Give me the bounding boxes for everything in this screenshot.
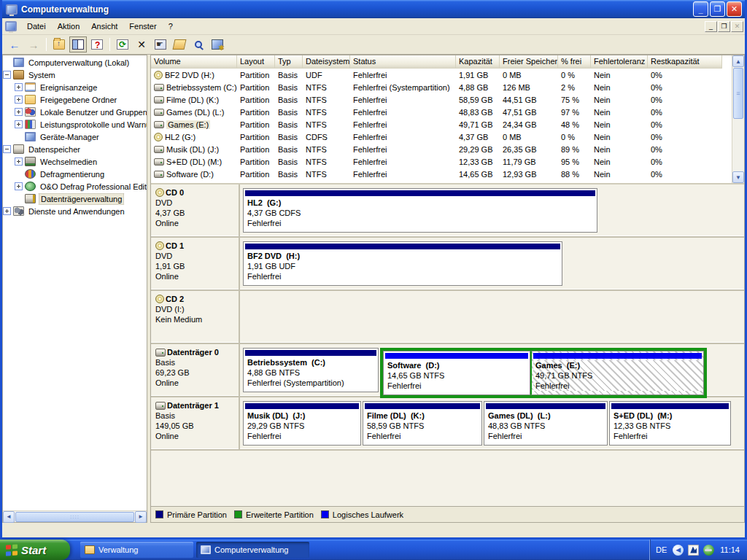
clock[interactable]: 11:14 — [720, 545, 740, 554]
taskbar-item-computerverwaltung[interactable]: Computerverwaltung — [196, 542, 309, 558]
column-header[interactable]: Typ — [275, 55, 303, 69]
expand-icon[interactable] — [15, 108, 23, 116]
graphical-view: CD 0 DVD4,37 GBOnline HL2 (G:)4,37 GB CD… — [151, 184, 744, 506]
tree-item-datenspeicher[interactable]: Datenspeicher — [3, 143, 147, 155]
hard-disk-icon — [155, 349, 166, 357]
language-indicator[interactable]: DE — [656, 545, 668, 554]
expand-icon[interactable] — [15, 96, 23, 104]
table-row[interactable]: Filme (DL) (K:) PartitionBasisNTFSFehler… — [151, 93, 744, 106]
tree-horizontal-scrollbar[interactable]: ◄ ► — [3, 510, 147, 522]
logical-drive-swatch — [321, 510, 329, 518]
up-folder-icon[interactable] — [50, 36, 68, 52]
restore-button[interactable]: ❐ — [710, 1, 725, 17]
tree-item-defragmentierung[interactable]: Defragmentierung — [3, 168, 147, 180]
refresh-icon[interactable] — [114, 36, 131, 52]
volume-box-betriebssystem[interactable]: Betriebssystem (C:)4,88 GB NTFSFehlerfre… — [243, 348, 379, 392]
device-label[interactable]: Datenträger 0 Basis69,23 GBOnline — [151, 344, 240, 396]
menu-ansicht[interactable]: Ansicht — [85, 20, 123, 33]
toolbar: ← → ✕ — [2, 35, 745, 55]
taskbar: Start Verwaltung Computerverwaltung DE ◀… — [0, 540, 747, 560]
scrollbar-thumb[interactable] — [733, 68, 743, 119]
tree-item-dienste[interactable]: Dienste und Anwendungen — [3, 205, 147, 217]
column-header[interactable]: Kapazität — [456, 55, 500, 69]
device-label[interactable]: Datenträger 1 Basis149,05 GBOnline — [151, 397, 240, 449]
expand-icon[interactable] — [3, 207, 11, 215]
scrollbar-thumb[interactable] — [15, 512, 134, 522]
hide-icons-chevron-icon[interactable]: ◀ — [673, 545, 684, 556]
expand-icon[interactable] — [15, 83, 23, 91]
table-row[interactable]: S+ED (DL) (M:) PartitionBasisNTFSFehlerf… — [151, 155, 744, 168]
column-header[interactable]: Restkapazität — [648, 55, 722, 69]
volume-box-software[interactable]: Software (D:)14,65 GB NTFSFehlerfrei — [383, 351, 530, 395]
show-console-tree-icon[interactable] — [69, 36, 87, 52]
back-icon[interactable]: ← — [6, 36, 23, 52]
volume-box-musik[interactable]: Musik (DL) (J:)29,29 GB NTFSFehlerfrei — [243, 401, 361, 446]
forward-icon: → — [25, 36, 42, 52]
title-bar[interactable]: Computerverwaltung _ ❐ ✕ — [2, 0, 745, 18]
tree-item-lokale-benutzer[interactable]: Lokale Benutzer und Gruppen — [3, 106, 147, 118]
find-icon[interactable] — [190, 36, 207, 52]
delete-icon[interactable]: ✕ — [133, 36, 150, 52]
tree-item-root[interactable]: Computerverwaltung (Lokal) — [3, 56, 147, 69]
tree-item-leistungsprotokolle[interactable]: Leistungsprotokolle und Warnungen — [3, 118, 147, 131]
device-label[interactable]: CD 1 DVD1,91 GBOnline — [151, 238, 240, 289]
volume-box-games-dl[interactable]: Games (DL) (L:)48,83 GB NTFSFehlerfrei — [484, 401, 608, 446]
menu-fenster[interactable]: Fenster — [123, 20, 162, 33]
tree-item-ereignisanzeige[interactable]: Ereignisanzeige — [3, 81, 147, 93]
table-row[interactable]: Musik (DL) (J:) PartitionBasisNTFSFehler… — [151, 143, 744, 155]
collapse-icon[interactable] — [3, 145, 11, 153]
start-button[interactable]: Start — [0, 540, 70, 560]
expand-icon[interactable] — [15, 158, 23, 166]
column-header[interactable]: % frei — [558, 55, 591, 69]
scroll-up-icon[interactable]: ▲ — [732, 55, 744, 67]
tree-item-system[interactable]: System — [3, 69, 147, 81]
tree-item-geraete-manager[interactable]: Geräte-Manager — [3, 131, 147, 143]
open-folder-icon[interactable] — [171, 36, 188, 52]
mdi-minimize-button[interactable]: _ — [705, 21, 717, 32]
expand-icon[interactable] — [15, 182, 23, 190]
help-icon[interactable] — [88, 36, 106, 52]
menu-datei[interactable]: Datei — [21, 20, 52, 33]
menu-hilfe[interactable]: ? — [163, 20, 179, 33]
tray-network-icon[interactable] — [703, 545, 714, 556]
close-button[interactable]: ✕ — [727, 1, 742, 17]
tree-item-freigegebene-ordner[interactable]: Freigegebene Ordner — [3, 93, 147, 106]
volume-box-hl2[interactable]: HL2 (G:)4,37 GB CDFSFehlerfrei — [243, 188, 597, 233]
volume-box-bf2dvd[interactable]: BF2 DVD (H:)1,91 GB UDFFehlerfrei — [243, 241, 562, 286]
column-header[interactable]: Volume — [151, 55, 237, 69]
column-header[interactable]: Status — [350, 55, 456, 69]
device-row-disk0: Datenträger 0 Basis69,23 GBOnline Betrie… — [151, 344, 744, 397]
volume-box-sed[interactable]: S+ED (DL) (M:)12,33 GB NTFSFehlerfrei — [609, 401, 731, 446]
expand-icon[interactable] — [15, 120, 23, 128]
properties-icon[interactable] — [152, 36, 169, 52]
scroll-down-icon[interactable]: ▼ — [732, 171, 744, 183]
tree-item-datentraegerverwaltung[interactable]: Datenträgerverwaltung — [3, 192, 147, 205]
table-row[interactable]: Games (DL) (L:) PartitionBasisNTFSFehler… — [151, 106, 744, 118]
column-header[interactable]: Freier Speicher — [500, 55, 558, 69]
volume-box-filme[interactable]: Filme (DL) (K:)58,59 GB NTFSFehlerfrei — [363, 401, 482, 446]
table-row-selected[interactable]: Games (E:) PartitionBasisNTFSFehlerfrei4… — [151, 118, 744, 131]
scroll-left-icon[interactable]: ◄ — [3, 511, 15, 523]
tray-app-icon[interactable] — [688, 545, 699, 556]
table-row[interactable]: HL2 (G:) PartitionBasisCDFSFehlerfrei4,3… — [151, 131, 744, 143]
scroll-right-icon[interactable]: ► — [135, 511, 147, 523]
column-header[interactable]: Dateisystem — [303, 55, 350, 69]
device-label[interactable]: CD 0 DVD4,37 GBOnline — [151, 184, 240, 236]
collapse-icon[interactable] — [3, 71, 11, 79]
device-label[interactable]: CD 2 DVD (I:)Kein Medium — [151, 291, 240, 343]
minimize-button[interactable]: _ — [693, 1, 708, 17]
column-header[interactable]: Fehlertoleranz — [591, 55, 648, 69]
volume-box-games-selected[interactable]: Games (E:)49,71 GB NTFSFehlerfrei — [530, 351, 704, 395]
table-row[interactable]: BF2 DVD (H:) PartitionBasisUDFFehlerfrei… — [151, 69, 744, 81]
tree-item-wechselmedien[interactable]: Wechselmedien — [3, 155, 147, 168]
table-row[interactable]: Software (D:) PartitionBasisNTFSFehlerfr… — [151, 168, 744, 180]
tree-item-oo-defrag[interactable]: O&O Defrag Professional Edition — [3, 180, 147, 192]
cd-icon — [154, 133, 163, 141]
menu-aktion[interactable]: Aktion — [52, 20, 86, 33]
manage-computer-icon[interactable] — [209, 36, 226, 52]
table-row[interactable]: Betriebssystem (C:) PartitionBasisNTFSFe… — [151, 81, 744, 93]
mdi-restore-button[interactable]: ❐ — [718, 21, 730, 32]
taskbar-item-verwaltung[interactable]: Verwaltung — [80, 542, 193, 558]
volume-list-scrollbar[interactable]: ▲ ▼ — [732, 55, 744, 183]
column-header[interactable]: Layout — [237, 55, 275, 69]
